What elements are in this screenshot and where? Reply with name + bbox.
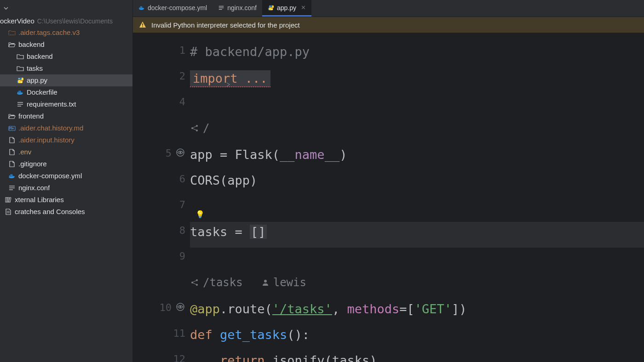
svg-rect-13 [12,175,12,176]
svg-point-33 [271,9,272,10]
tree-item-label: frontend [18,110,44,122]
tree-item-label: app.py [27,74,47,86]
svg-rect-25 [140,7,141,8]
route-inlay-tasks[interactable]: /tasks [190,276,243,289]
tab-docker-compose-yml[interactable]: docker-compose.yml [133,0,213,17]
editor-tabs: docker-compose.ymlnginx.confapp.py✕ [133,0,644,17]
docker-icon [8,172,16,180]
project-root[interactable]: ockerVideo C:\Users\lewis\Documents [0,17,132,27]
tree-item-label: cratches and Consoles [15,206,85,218]
tree-item[interactable]: requirements.txt [0,98,132,110]
svg-rect-14 [11,175,12,175]
tree-item[interactable]: .aider.chat.history.md [0,122,132,134]
folder-dotted-icon [8,29,16,36]
docker-icon [17,89,24,96]
route-inlay[interactable]: / [190,122,209,135]
scratch-icon [5,208,12,215]
tree-item[interactable]: nginx.conf [0,182,132,194]
python-icon [268,5,274,11]
tree-item[interactable]: Dockerfile [0,86,132,98]
tree-item[interactable]: backend [0,51,132,62]
bulb-icon[interactable]: 💡 [196,210,205,219]
warning-text: Invalid Python interpreter selected for … [151,21,300,29]
tree-item-label: tasks [27,62,43,74]
tree-item-label: nginx.conf [18,182,50,194]
svg-point-37 [179,152,181,153]
svg-rect-4 [20,92,21,93]
svg-rect-19 [6,198,7,202]
file-icon [8,136,16,144]
svg-line-43 [193,126,196,128]
svg-rect-28 [141,6,142,7]
tree-item[interactable]: .env [0,146,132,158]
tab-label: nginx.conf [227,4,257,11]
person-icon [261,278,270,287]
tree-item-label: .aider.tags.cache.v3 [18,27,80,39]
author-inlay[interactable]: lewis [261,276,306,289]
svg-rect-3 [19,92,20,93]
warning-icon [138,21,147,29]
tree-item-label: backend [18,39,45,51]
code-editor[interactable]: 1 2 4 5 6 7 8 9 10 [133,33,644,362]
current-line[interactable]: 💡 tasks = [] [190,222,644,248]
tree-item[interactable]: .aider.input.history [0,134,132,146]
tree-item[interactable]: frontend [0,110,132,122]
svg-rect-6 [20,91,21,92]
svg-rect-15 [12,175,12,175]
fold-chevron-icon[interactable] [179,74,231,96]
tree-item[interactable]: .aider.tags.cache.v3 [0,27,132,39]
tab-label: docker-compose.yml [148,4,207,11]
tree-item-label: requirements.txt [27,98,76,110]
folder-open-icon [8,113,16,120]
svg-rect-34 [142,23,143,26]
svg-rect-24 [139,7,140,8]
svg-rect-5 [19,91,20,92]
svg-rect-21 [9,198,11,202]
tree-item[interactable]: backend [0,39,132,51]
svg-point-32 [270,6,270,6]
text-icon [17,101,24,108]
svg-rect-20 [7,198,9,202]
svg-rect-11 [9,175,10,176]
svg-line-49 [193,283,196,284]
tree-item-label: .gitignore [18,158,47,170]
svg-rect-26 [141,7,142,8]
chevron-down-icon[interactable] [2,5,10,13]
tree-item-label: backend [27,51,53,62]
svg-rect-27 [140,6,141,7]
tree-item-label: docker-compose.yml [18,170,82,182]
share-icon [190,278,199,287]
docker-icon [138,5,145,11]
svg-rect-2 [17,92,18,93]
endpoint-icon[interactable] [175,147,185,158]
svg-point-0 [19,78,20,79]
folder-icon [17,65,24,72]
tab-app-py[interactable]: app.py✕ [262,0,311,17]
code-area[interactable]: # backend/app.py import ... [190,33,644,362]
python-icon [17,77,24,84]
text-icon [8,184,16,192]
tree-item[interactable]: docker-compose.yml [0,170,132,182]
share-icon [190,124,199,133]
close-icon[interactable]: ✕ [301,4,306,11]
tree-item-label: .aider.input.history [18,134,75,146]
tree-item[interactable]: app.py [0,74,132,86]
tree-item[interactable]: xternal Libraries [0,194,132,206]
tree-item-label: .env [18,146,31,158]
tree-item[interactable]: .gitignore [0,158,132,170]
svg-point-39 [179,306,181,308]
tree-item[interactable]: cratches and Consoles [0,206,132,218]
endpoint-icon[interactable] [175,302,185,312]
svg-rect-35 [142,26,143,27]
file-icon [8,160,16,168]
folder-icon [17,53,24,60]
markdown-icon [8,124,16,132]
lib-icon [5,196,12,204]
tab-nginx-conf[interactable]: nginx.conf [213,0,262,17]
warning-bar[interactable]: Invalid Python interpreter selected for … [133,17,644,33]
tree-item-label: xternal Libraries [15,194,64,206]
tree-item[interactable]: tasks [0,62,132,74]
project-name: ockerVideo [0,17,34,25]
file-icon [8,148,16,156]
tree-item-label: Dockerfile [27,86,58,98]
